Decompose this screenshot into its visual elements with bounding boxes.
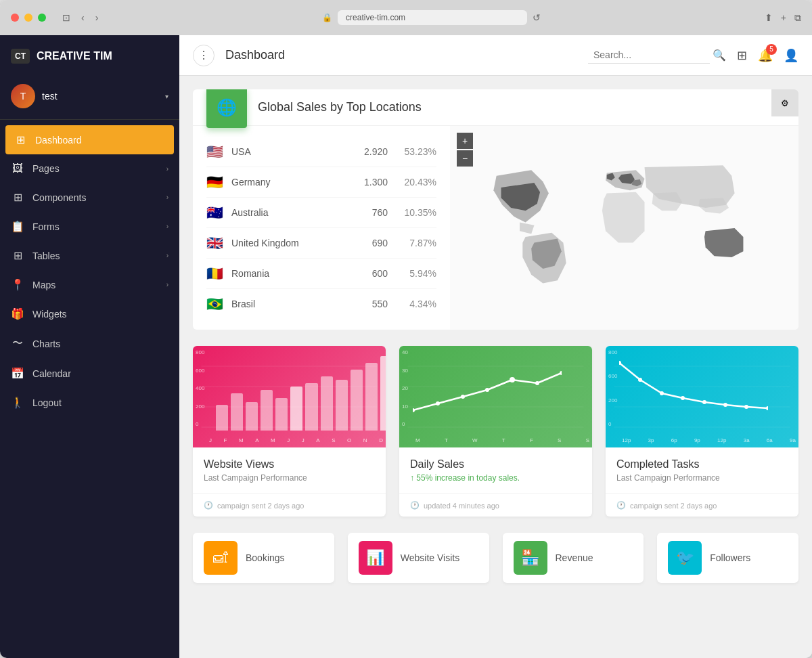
map-card-body: 🇺🇸 USA 2.920 53.23% 🇩🇪 Germany 1.300 20.…: [193, 126, 798, 330]
share-icon[interactable]: ⬆: [765, 12, 773, 23]
y-label: 0: [608, 421, 617, 427]
chevron-right-icon: ›: [166, 194, 168, 201]
country-count: 1.300: [347, 177, 388, 188]
topbar: ⋮ Dashboard 🔍 ⊞ 🔔 5 👤: [179, 35, 812, 76]
search-button[interactable]: 🔍: [713, 49, 726, 62]
user-profile-button[interactable]: 👤: [784, 48, 798, 63]
sidebar-item-label: Calendar: [32, 368, 71, 379]
map-settings-button[interactable]: ⚙: [771, 89, 798, 116]
sidebar-item-label: Pages: [32, 163, 60, 174]
country-pct: 20.43%: [396, 177, 436, 188]
pages-icon: 🖼: [11, 162, 24, 175]
grid-view-button[interactable]: ⊞: [737, 48, 747, 63]
chart-cards: 800 600 400 200 0: [193, 346, 798, 517]
world-map-svg: [450, 133, 798, 323]
x-label: 12p: [622, 437, 631, 443]
x-label: J: [287, 437, 290, 443]
logo-badge: CT: [11, 49, 30, 64]
x-label: M: [239, 437, 244, 443]
search-input[interactable]: [588, 47, 710, 64]
sidebar-item-maps[interactable]: 📍 Maps ›: [0, 270, 179, 299]
svg-point-21: [660, 391, 664, 395]
sidebar-item-pages[interactable]: 🖼 Pages ›: [0, 154, 179, 183]
clock-icon: 🕐: [204, 501, 213, 510]
sidebar-item-forms[interactable]: 📋 Forms ›: [0, 212, 179, 241]
x-label: F: [530, 437, 533, 443]
sidebar-item-calendar[interactable]: 📅 Calendar: [0, 359, 179, 388]
sidebar-item-widgets[interactable]: 🎁 Widgets: [0, 299, 179, 328]
x-label: M: [271, 437, 275, 443]
sidebar-toggle-icon[interactable]: ⊡: [62, 12, 70, 23]
x-label: D: [379, 437, 383, 443]
sidebar-item-tables[interactable]: ⊞ Tables ›: [0, 241, 179, 270]
y-label: 200: [608, 397, 617, 403]
forward-icon[interactable]: ›: [95, 12, 99, 23]
duplicate-icon[interactable]: ⧉: [794, 12, 801, 24]
back-icon[interactable]: ‹: [81, 12, 85, 23]
stat-card-bookings: 🛋 Bookings: [193, 533, 334, 583]
country-pct: 5.94%: [396, 268, 436, 279]
chart-subtitle: ↑ 55% increase in today sales.: [410, 473, 581, 483]
country-count: 600: [347, 268, 388, 279]
footer-text: campaign sent 2 days ago: [217, 502, 304, 510]
svg-point-24: [723, 403, 727, 407]
reload-icon[interactable]: ↺: [533, 12, 541, 23]
flag-icon: 🇦🇺: [206, 204, 223, 221]
x-label: 9a: [790, 437, 796, 443]
x-label: N: [363, 437, 367, 443]
x-label: M: [415, 437, 420, 443]
sidebar-item-dashboard[interactable]: ⊞ Dashboard: [5, 125, 174, 154]
sidebar-item-label: Dashboard: [35, 135, 82, 146]
x-label: J: [302, 437, 304, 443]
bookings-icon: 🛋: [204, 541, 238, 575]
country-name: USA: [231, 146, 339, 157]
content-area: 🌐 Global Sales by Top Locations ⚙ 🇺🇸 USA…: [179, 76, 812, 596]
country-name: Australia: [231, 207, 339, 218]
zoom-out-button[interactable]: −: [457, 150, 473, 167]
sidebar-item-charts[interactable]: 〜 Charts: [0, 328, 179, 359]
chart-card-daily-sales: 40 30 20 10 0: [399, 346, 592, 517]
chart-title: Website Views: [204, 458, 375, 470]
sidebar-item-label: Forms: [32, 221, 60, 232]
table-row: 🇺🇸 USA 2.920 53.23%: [206, 137, 436, 167]
svg-point-26: [766, 406, 768, 410]
minimize-dot[interactable]: [24, 14, 32, 22]
new-tab-icon[interactable]: +: [781, 12, 786, 23]
map-zoom-controls: + −: [457, 133, 473, 167]
components-icon: ⊞: [11, 191, 24, 204]
revenue-icon: 🏪: [514, 541, 547, 575]
sidebar-item-components[interactable]: ⊞ Components ›: [0, 183, 179, 212]
flag-icon: 🇩🇪: [206, 174, 223, 190]
zoom-in-button[interactable]: +: [457, 133, 473, 149]
svg-point-11: [485, 388, 489, 392]
country-pct: 4.34%: [396, 299, 436, 309]
x-label: A: [316, 437, 319, 443]
address-bar[interactable]: creative-tim.com: [338, 10, 527, 25]
notifications-button[interactable]: 🔔 5: [758, 48, 773, 63]
table-row: 🇬🇧 United Kingdom 690 7.87%: [206, 228, 436, 259]
y-label: 800: [608, 349, 617, 355]
maximize-dot[interactable]: [38, 14, 46, 22]
svg-point-25: [744, 405, 748, 409]
menu-button[interactable]: ⋮: [193, 45, 215, 66]
table-row: 🇷🇴 Romania 600 5.94%: [206, 259, 436, 289]
followers-icon: 🐦: [668, 541, 702, 575]
x-label: 3a: [744, 437, 750, 443]
close-dot[interactable]: [11, 14, 19, 22]
country-count: 550: [347, 299, 388, 309]
stat-label: Revenue: [556, 552, 593, 563]
widgets-icon: 🎁: [11, 307, 24, 320]
x-label: T: [445, 437, 448, 443]
y-label: 20: [402, 385, 408, 391]
sidebar-nav: ⊞ Dashboard 🖼 Pages › ⊞ Components › 📋 F…: [0, 120, 179, 658]
chart-card-info: Website Views Last Campaign Performance: [193, 447, 386, 494]
sidebar-item-label: Components: [32, 192, 86, 203]
sidebar-user[interactable]: T test ▾: [0, 77, 179, 120]
flag-icon: 🇧🇷: [206, 296, 223, 312]
stat-cards: 🛋 Bookings 📊 Website Visits 🏪 Revenue 🐦 …: [193, 533, 798, 583]
country-count: 2.920: [347, 146, 388, 157]
sidebar-item-logout[interactable]: 🚶 Logout: [0, 388, 179, 417]
svg-point-10: [461, 395, 465, 399]
country-pct: 10.35%: [396, 207, 436, 218]
svg-point-12: [510, 377, 515, 382]
